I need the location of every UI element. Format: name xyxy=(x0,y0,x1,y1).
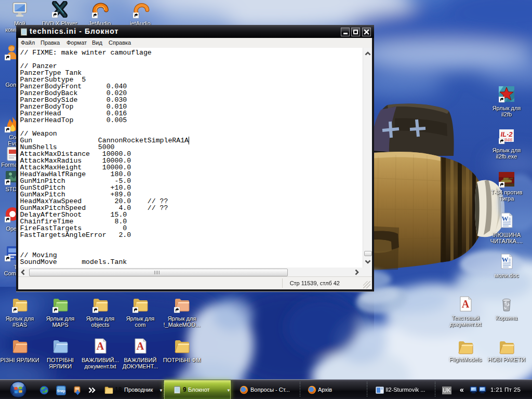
svg-text:Snap: Snap xyxy=(57,389,65,393)
